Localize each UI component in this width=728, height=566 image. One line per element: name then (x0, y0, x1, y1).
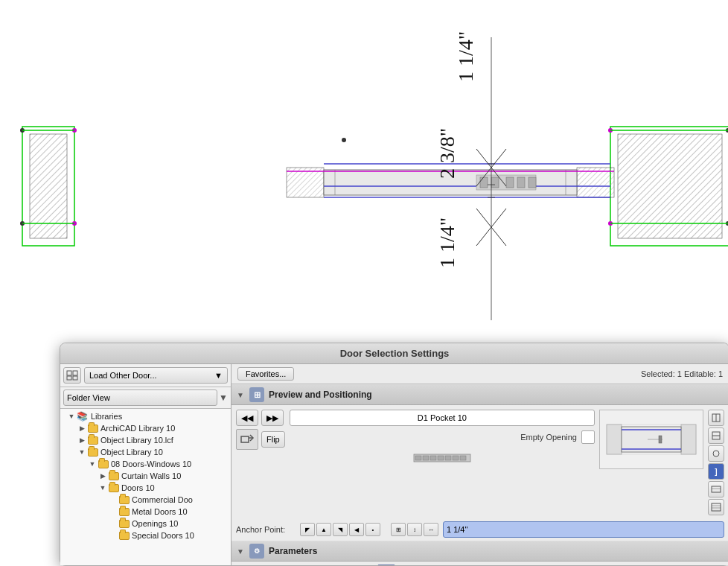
anchor-buttons-2: ⊞ ↕ ↔ (391, 523, 438, 536)
empty-opening-label: Empty Opening (520, 433, 577, 442)
library-tree: ▼ 📚 Libraries ▶ ArchiCAD Library 10 ▶ Ob… (60, 409, 231, 565)
right-wall-group (608, 127, 728, 246)
right-header: Favorites... Selected: 1 Editable: 1 (232, 364, 728, 384)
cad-svg: 1 1/4" 2 3/8" 1 1/4" (0, 0, 728, 343)
anchor-tl[interactable]: ◤ (300, 523, 315, 536)
left-wall-group (20, 127, 77, 246)
anchor-ml[interactable]: ◀ (349, 523, 364, 536)
selected-info: Selected: 1 Editable: 1 (641, 369, 723, 378)
toggle-libraries[interactable]: ▼ (66, 411, 77, 422)
svg-rect-58 (607, 424, 622, 454)
door-preview-image (603, 413, 700, 465)
ctrl-btn-6[interactable] (708, 499, 724, 515)
libraries-icon: 📚 (77, 411, 88, 422)
empty-opening-checkbox[interactable] (581, 430, 595, 444)
svg-rect-30 (529, 177, 536, 188)
dialog-title: Door Selection Settings (60, 343, 728, 364)
tree-openings[interactable]: Openings 10 (60, 518, 231, 530)
svg-rect-52 (430, 456, 436, 460)
svg-rect-26 (480, 177, 488, 188)
flip-button[interactable]: Flip (261, 431, 285, 448)
parameters-section-header: ▼ ⚙ Parameters (232, 541, 728, 562)
anchor-row: Anchor Point: ◤ ▲ ◥ ◀ • ⊞ ↕ ↔ 1 1/4" (232, 520, 728, 541)
tree-metal-doors[interactable]: Metal Doors 10 (60, 506, 231, 518)
preview-section-header: ▼ ⊞ Preview and Positioning (232, 384, 728, 405)
tree-doors-windows[interactable]: ▼ 08 Doors-Windows 10 (60, 458, 231, 470)
anchor-tr[interactable]: ◥ (333, 523, 348, 536)
tree-commercial-doo[interactable]: Commercial Doo (60, 494, 231, 506)
size-icon[interactable] (377, 565, 395, 565)
ctrl-btn-4[interactable]: ] (708, 463, 724, 480)
dim-top: 1 1/4" (454, 31, 477, 82)
tree-libraries-root[interactable]: ▼ 📚 Libraries (60, 410, 231, 422)
preview-section: ▼ ⊞ Preview and Positioning ◀◀ ▶▶ (232, 384, 728, 541)
toggle-doors-windows[interactable]: ▼ (87, 459, 98, 469)
anchor-tc[interactable]: ▲ (316, 523, 331, 536)
svg-rect-54 (445, 456, 451, 460)
anchor-extra-3[interactable]: ↔ (424, 523, 438, 536)
nav-btn-row: ◀◀ ▶▶ (236, 410, 285, 426)
preview-center: D1 Pocket 10 Empty Opening (290, 410, 595, 468)
load-door-button[interactable]: Load Other Door... ▼ (84, 367, 228, 384)
tree-special-doors[interactable]: Special Doors 10 (60, 530, 231, 541)
svg-rect-51 (423, 456, 429, 460)
svg-rect-46 (73, 376, 77, 380)
svg-point-39 (342, 138, 346, 142)
folder-view-row: Folder View ▼ (60, 387, 231, 409)
prev-btn[interactable]: ◀◀ (236, 410, 258, 426)
tree-object-library-lcf[interactable]: ▶ Object Library 10.lcf (60, 434, 231, 446)
tree-object-library[interactable]: ▼ Object Library 10 (60, 446, 231, 458)
svg-rect-9 (618, 134, 722, 238)
folder-icon-doors (108, 483, 120, 492)
folder-icon-lcf (87, 436, 99, 445)
ctrl-btn-1[interactable] (708, 410, 724, 426)
ctrl-btn-3[interactable] (708, 445, 724, 462)
settings-panel: Favorites... Selected: 1 Editable: 1 ▼ ⊞… (232, 364, 728, 565)
params-toggle[interactable]: ▼ (236, 547, 245, 556)
anchor-value-input[interactable]: 1 1/4" (443, 521, 724, 538)
params-icon: ⚙ (249, 544, 264, 559)
next-btn[interactable]: ▶▶ (261, 410, 284, 426)
anchor-extra-2[interactable]: ↕ (407, 523, 422, 536)
svg-rect-72 (712, 503, 721, 511)
folder-icon-dw (98, 460, 109, 468)
door-preview-box (599, 410, 703, 469)
svg-rect-17 (577, 168, 614, 197)
toolbar: Load Other Door... ▼ (60, 364, 231, 387)
toggle-curtain[interactable]: ▶ (98, 471, 108, 481)
tree-archicad-library[interactable]: ▶ ArchiCAD Library 10 (60, 422, 231, 434)
folder-icon-cw (108, 471, 120, 480)
folder-icon (87, 424, 99, 433)
library-panel: Load Other Door... ▼ Folder View ▼ ▼ 📚 L… (60, 364, 232, 565)
preview-icon: ⊞ (249, 387, 264, 402)
dim-middle: 2 3/8" (435, 128, 459, 179)
svg-rect-70 (712, 486, 721, 492)
view-toggle-btn[interactable] (63, 367, 81, 384)
anchor-mc[interactable]: • (365, 523, 380, 536)
svg-rect-16 (287, 168, 324, 197)
toggle-lcf[interactable]: ▶ (77, 435, 87, 445)
right-ctrl-column: ] (708, 410, 724, 515)
svg-rect-64 (659, 436, 662, 443)
anchor-label: Anchor Point: (236, 525, 296, 534)
toggle-obj-lib[interactable]: ▼ (77, 447, 87, 457)
tree-doors[interactable]: ▼ Doors 10 (60, 482, 231, 494)
svg-rect-45 (67, 376, 71, 380)
folder-view-select[interactable]: Folder View (63, 389, 217, 406)
toggle-archicad[interactable]: ▶ (77, 423, 87, 433)
svg-rect-43 (67, 371, 71, 375)
folder-icon-commercial (118, 495, 130, 504)
folder-icon-obj (87, 448, 99, 457)
anchor-extra-1[interactable]: ⊞ (391, 523, 406, 536)
preview-toggle[interactable]: ▼ (236, 390, 245, 399)
svg-point-69 (713, 451, 719, 457)
ctrl-btn-2[interactable] (708, 427, 724, 444)
parameters-section: ▼ ⚙ Parameters Typical Sizes Custom Size… (232, 541, 728, 565)
ctrl-btn-5[interactable] (708, 481, 724, 497)
favorites-button[interactable]: Favorites... (237, 367, 294, 381)
tree-curtain-walls[interactable]: ▶ Curtain Walls 10 (60, 470, 231, 482)
toggle-doors[interactable]: ▼ (98, 483, 108, 493)
dim-bottom: 1 1/4" (435, 217, 459, 268)
door-name-display: D1 Pocket 10 (290, 410, 595, 426)
svg-rect-50 (415, 456, 421, 460)
